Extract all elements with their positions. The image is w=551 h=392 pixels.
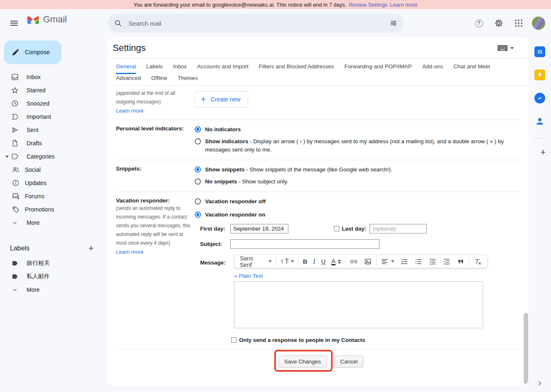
settings-panel: Settings General Labels Inbox Accounts a… <box>108 37 529 385</box>
quote-button[interactable] <box>454 257 468 267</box>
keep-button[interactable] <box>532 67 548 83</box>
main-menu-icon[interactable] <box>6 15 22 31</box>
bold-button[interactable]: B <box>300 257 310 267</box>
label-item-private[interactable]: 私人邮件 <box>0 270 99 283</box>
show-indicators-option[interactable]: Show indicators - Display an arrow ( › )… <box>195 137 520 154</box>
radio-icon[interactable] <box>195 138 201 144</box>
sidebar-item-promotions[interactable]: Promotions <box>0 203 99 216</box>
compose-button[interactable]: Compose <box>4 41 61 64</box>
no-indicators-option[interactable]: No indicators <box>195 125 520 134</box>
google-apps-button[interactable] <box>510 15 527 31</box>
create-signature-button[interactable]: Create new <box>195 91 248 108</box>
remove-formatting-button[interactable] <box>471 257 485 267</box>
sidebar-item-drafts[interactable]: Drafts <box>0 137 99 150</box>
underline-button[interactable]: U <box>318 257 329 267</box>
sidebar-item-updates[interactable]: Updates <box>0 176 99 190</box>
clear-format-icon <box>474 257 482 266</box>
font-family-select[interactable]: Sans Serif <box>237 257 275 267</box>
gmail-logo[interactable]: Gmail <box>27 14 67 25</box>
vacation-message-textarea[interactable] <box>234 281 483 328</box>
help-button[interactable] <box>471 15 487 31</box>
search-icon[interactable] <box>114 19 123 28</box>
insert-link-button[interactable] <box>347 257 361 267</box>
get-addons-button[interactable] <box>532 144 548 161</box>
sidebar-item-forums[interactable]: Forums <box>0 190 99 203</box>
calendar-button[interactable]: 31 <box>532 43 548 60</box>
tab-chat-meet[interactable]: Chat and Meet <box>453 63 490 74</box>
hide-side-panel-button[interactable] <box>536 380 544 387</box>
italic-button[interactable]: I <box>310 257 318 267</box>
plain-text-toggle[interactable]: « Plain Text <box>234 273 263 279</box>
labels-more[interactable]: More <box>0 283 99 296</box>
create-label-button[interactable] <box>86 243 96 253</box>
program-policies-link[interactable]: Program Policies <box>313 385 351 385</box>
account-button[interactable] <box>530 15 547 31</box>
settings-button[interactable] <box>491 15 507 31</box>
first-day-input[interactable] <box>230 224 288 233</box>
collapse-arrow-icon[interactable] <box>3 156 11 158</box>
align-button[interactable] <box>378 257 397 267</box>
search-bar[interactable] <box>108 14 404 33</box>
tab-general[interactable]: General <box>116 63 136 74</box>
save-changes-button[interactable]: Save Changes <box>278 356 327 368</box>
last-day-checkbox[interactable] <box>334 226 339 231</box>
tasks-button[interactable] <box>532 90 548 106</box>
learn-more-link[interactable]: Learn more <box>390 2 417 8</box>
tasks-icon <box>534 93 545 103</box>
radio-selected-icon[interactable] <box>195 126 201 132</box>
tab-addons[interactable]: Add-ons <box>422 63 443 74</box>
contacts-only-option[interactable]: Only send a response to people in my Con… <box>231 337 520 343</box>
sidebar-item-starred[interactable]: Starred <box>0 84 99 97</box>
radio-icon[interactable] <box>195 178 201 185</box>
review-settings-link[interactable]: Review Settings <box>349 2 387 8</box>
vacation-off-option[interactable]: Vacation responder off <box>195 197 520 206</box>
subject-input[interactable] <box>230 239 379 249</box>
sidebar-item-important[interactable]: Important <box>0 110 99 123</box>
scrollbar-thumb[interactable] <box>524 313 528 384</box>
label-outline-icon <box>11 152 19 161</box>
sidebar-item-sent[interactable]: Sent <box>0 123 99 137</box>
indent-less-button[interactable] <box>425 257 440 267</box>
tab-inbox[interactable]: Inbox <box>173 63 187 74</box>
numbered-list-button[interactable] <box>397 257 411 267</box>
date-range-row: First day: Last day: <box>200 224 520 233</box>
radio-selected-icon[interactable] <box>195 212 201 218</box>
label-item-travel[interactable]: 旅行相关 <box>0 257 99 270</box>
tab-advanced[interactable]: Advanced <box>116 75 141 86</box>
settings-tabs: General Labels Inbox Accounts and Import… <box>108 58 529 86</box>
font-size-select[interactable]: TT <box>278 257 297 267</box>
tab-labels[interactable]: Labels <box>146 63 163 74</box>
search-input[interactable] <box>128 19 389 27</box>
vacation-on-option[interactable]: Vacation responder on <box>195 211 520 219</box>
indent-more-button[interactable] <box>440 257 454 267</box>
privacy-link[interactable]: Privacy <box>292 385 308 385</box>
input-tools-button[interactable] <box>497 44 514 52</box>
text-color-button[interactable]: A <box>329 257 344 267</box>
contacts-button[interactable] <box>532 113 548 130</box>
last-day-input[interactable] <box>370 224 427 233</box>
terms-link[interactable]: Terms <box>273 385 287 385</box>
tab-accounts-import[interactable]: Accounts and Import <box>197 63 249 74</box>
tab-filters[interactable]: Filters and Blocked Addresses <box>259 63 334 74</box>
tab-offline[interactable]: Offline <box>151 75 167 86</box>
cancel-button[interactable]: Cancel <box>334 356 363 368</box>
signature-learn-more-link[interactable]: Learn more <box>116 108 143 114</box>
radio-icon[interactable] <box>195 198 201 204</box>
insert-image-button[interactable] <box>361 257 375 267</box>
contacts-only-checkbox[interactable] <box>231 337 237 343</box>
radio-selected-icon[interactable] <box>195 166 201 173</box>
no-snippets-option[interactable]: No snippets - Show subject only. <box>195 178 520 186</box>
sidebar-item-inbox[interactable]: Inbox <box>0 70 99 84</box>
vacation-learn-more-link[interactable]: Learn more <box>116 249 143 255</box>
sidebar-item-snoozed[interactable]: Snoozed <box>0 97 99 110</box>
bulleted-list-button[interactable] <box>411 257 425 267</box>
show-snippets-option[interactable]: Show snippets - Show snippets of the mes… <box>195 166 520 174</box>
tab-themes[interactable]: Themes <box>178 75 198 86</box>
search-options-icon[interactable] <box>389 19 398 28</box>
sidebar-item-more[interactable]: More <box>0 216 99 229</box>
chevron-down-icon <box>11 219 19 226</box>
tab-forwarding[interactable]: Forwarding and POP/IMAP <box>344 63 412 74</box>
sidebar-item-categories[interactable]: Categories <box>0 150 99 163</box>
sidebar-item-social[interactable]: Social <box>0 163 99 176</box>
dropdown-arrow-icon <box>268 260 272 262</box>
